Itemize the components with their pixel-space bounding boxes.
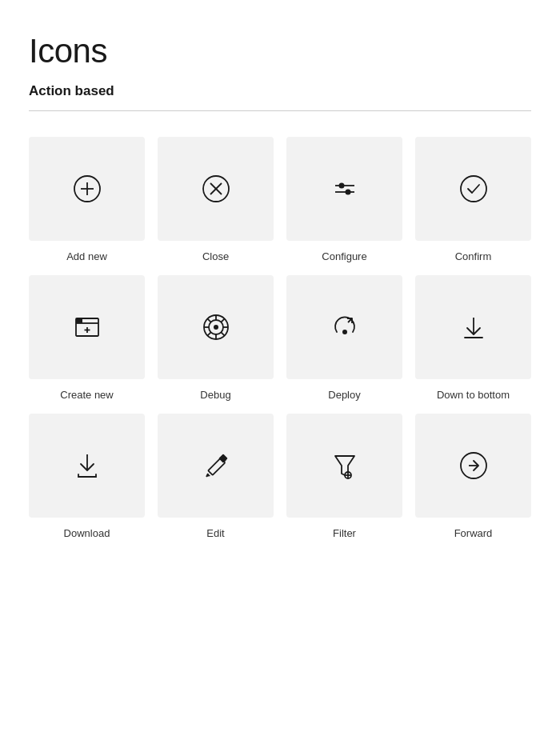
svg-line-24 — [221, 318, 224, 322]
icon-item-debug: Debug — [158, 275, 274, 401]
forward-label: Forward — [454, 527, 493, 539]
debug-label: Debug — [200, 389, 230, 401]
svg-rect-15 — [76, 318, 82, 323]
filter-icon-box — [286, 414, 402, 518]
confirm-icon-box — [415, 137, 531, 241]
configure-label: Configure — [322, 250, 366, 262]
download-icon-box — [29, 414, 145, 518]
svg-rect-35 — [218, 454, 227, 462]
icon-item-edit: Edit — [158, 414, 274, 539]
svg-point-8 — [338, 183, 344, 189]
icon-item-download: Download — [29, 414, 145, 539]
create-new-icon-box — [29, 275, 145, 379]
add-new-icon — [68, 170, 106, 208]
down-to-bottom-icon-box — [415, 275, 531, 379]
svg-point-9 — [345, 190, 350, 195]
edit-icon — [197, 446, 235, 485]
icon-item-close: Close — [158, 137, 274, 262]
icon-item-forward: Forward — [415, 414, 531, 539]
add-new-icon-box — [29, 137, 145, 241]
edit-icon-box — [158, 414, 274, 518]
svg-point-18 — [214, 325, 218, 330]
deploy-icon-box — [286, 275, 402, 379]
svg-line-26 — [221, 332, 224, 335]
section-divider — [29, 110, 531, 111]
icon-item-deploy: Deploy — [286, 275, 402, 401]
svg-line-25 — [207, 332, 210, 335]
confirm-label: Confirm — [455, 250, 492, 262]
svg-point-28 — [342, 330, 347, 334]
download-label: Download — [64, 527, 110, 539]
add-new-label: Add new — [66, 250, 107, 262]
create-new-label: Create new — [60, 389, 113, 401]
filter-icon — [326, 446, 364, 485]
edit-label: Edit — [206, 527, 224, 539]
icon-item-filter: Filter — [286, 414, 402, 539]
close-icon — [197, 170, 235, 208]
close-icon-box — [158, 137, 274, 241]
debug-icon — [197, 308, 235, 346]
page-title: Icons — [29, 32, 531, 70]
icon-item-create-new: Create new — [29, 275, 145, 401]
deploy-icon — [326, 308, 364, 346]
download-icon — [68, 446, 106, 485]
close-label: Close — [202, 250, 229, 262]
deploy-label: Deploy — [328, 389, 360, 401]
forward-icon — [454, 446, 493, 485]
icon-item-confirm: Confirm — [415, 137, 531, 262]
icon-item-down-to-bottom: Down to bottom — [415, 275, 531, 401]
svg-point-10 — [461, 176, 486, 202]
section-title: Action based — [29, 83, 531, 99]
icon-item-add-new: Add new — [29, 137, 145, 262]
filter-label: Filter — [333, 527, 356, 539]
icon-item-configure: Configure — [286, 137, 402, 262]
confirm-icon — [454, 170, 493, 208]
create-new-icon — [68, 308, 106, 346]
configure-icon — [326, 170, 364, 208]
forward-icon-box — [415, 414, 531, 518]
debug-icon-box — [158, 275, 274, 379]
down-to-bottom-icon — [454, 308, 493, 346]
configure-icon-box — [286, 137, 402, 241]
down-to-bottom-label: Down to bottom — [437, 389, 510, 401]
svg-line-23 — [207, 318, 210, 322]
icons-grid: Add new Close Configure — [29, 137, 531, 539]
